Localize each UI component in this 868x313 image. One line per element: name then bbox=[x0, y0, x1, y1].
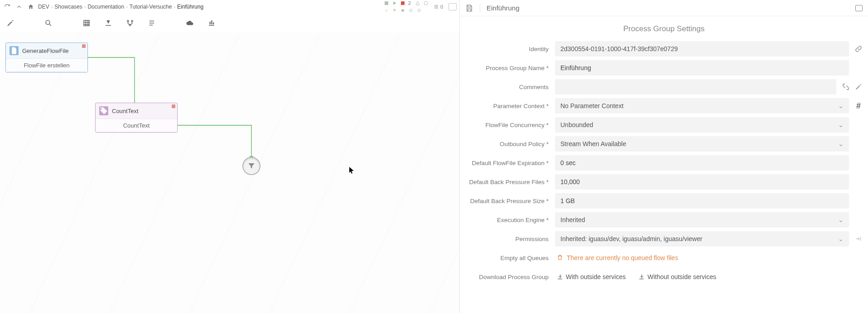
clock-icon bbox=[423, 0, 429, 6]
svg-rect-0 bbox=[385, 1, 388, 5]
panel-title: Einführung bbox=[487, 4, 520, 12]
section-title: Process Group Settings bbox=[464, 24, 863, 33]
field-bp-files[interactable]: 10,000 bbox=[555, 174, 849, 190]
file-icon bbox=[10, 46, 19, 55]
field-concurrency[interactable]: Unbounded ⌄ bbox=[555, 117, 849, 133]
download-without-services-button[interactable]: Without outside services bbox=[638, 273, 716, 280]
breadcrumb-item[interactable]: Tutorial-Versuche bbox=[130, 4, 172, 10]
empty-queues-status: There are currently no queued flow files bbox=[555, 254, 678, 262]
stopped-indicator bbox=[172, 104, 175, 108]
maximize-panel-button[interactable] bbox=[855, 5, 863, 11]
list-count: 0 bbox=[434, 4, 443, 9]
node-subtitle: FlowFile erstellen bbox=[6, 58, 87, 72]
label-empty-queues: Empty all Queues bbox=[464, 255, 550, 261]
svg-point-4 bbox=[410, 9, 412, 12]
field-identity: 2d300554-0191-1000-417f-39cf307e0729 bbox=[555, 41, 849, 57]
label-bp-size: Default Back Pressure Size bbox=[464, 198, 550, 204]
refresh-button[interactable] bbox=[3, 2, 12, 11]
processor-node-generateflowfile[interactable]: GenerateFlowFile FlowFile erstellen bbox=[5, 43, 88, 72]
stopped-indicator bbox=[82, 44, 86, 48]
grid-tool[interactable] bbox=[81, 17, 92, 29]
reset-icon bbox=[854, 235, 863, 242]
node-subtitle: CountText bbox=[96, 119, 177, 132]
stopped-count: 2 bbox=[408, 0, 411, 6]
svg-point-3 bbox=[401, 9, 404, 12]
node-title: CountText bbox=[112, 108, 139, 114]
label-comments: Comments bbox=[464, 84, 550, 90]
maximize-canvas-button[interactable] bbox=[448, 3, 457, 10]
chart-tool[interactable] bbox=[206, 17, 217, 29]
edit-icon[interactable] bbox=[854, 83, 863, 90]
label-name: Process Group Name bbox=[464, 65, 550, 71]
dot3-icon bbox=[416, 7, 422, 14]
breadcrumb-item[interactable]: Showcases bbox=[54, 4, 82, 10]
tag-icon bbox=[99, 106, 108, 115]
label-expiration: Default FlowFile Expiration bbox=[464, 160, 550, 166]
chevron-down-icon: ⌄ bbox=[838, 140, 844, 147]
cloud-tool[interactable] bbox=[184, 17, 196, 29]
field-bp-size[interactable]: 1 GB bbox=[555, 193, 849, 209]
svg-point-7 bbox=[127, 20, 129, 22]
branch-tool[interactable] bbox=[124, 17, 136, 29]
field-permissions[interactable]: Inherited: iguasu/dev, iguasu/admin, igu… bbox=[555, 231, 849, 247]
chevron-down-icon: ⌄ bbox=[838, 102, 844, 109]
dot-icon bbox=[400, 7, 406, 14]
link-icon[interactable] bbox=[854, 45, 863, 52]
stop-icon[interactable] bbox=[400, 0, 406, 6]
expand-icon[interactable] bbox=[841, 83, 851, 90]
label-param-context: Parameter Context bbox=[464, 103, 550, 109]
field-outbound[interactable]: Stream When Available ⌄ bbox=[555, 136, 849, 152]
field-expiration[interactable]: 0 sec bbox=[555, 155, 849, 171]
hash-button[interactable]: # bbox=[854, 101, 863, 111]
svg-point-8 bbox=[131, 20, 133, 22]
label-identity: Identity bbox=[464, 46, 550, 52]
breadcrumb-current: Einführung bbox=[177, 4, 203, 10]
breadcrumb-root[interactable]: DEV bbox=[38, 4, 49, 10]
flow-canvas[interactable]: GenerateFlowFile FlowFile erstellen Coun… bbox=[0, 33, 459, 313]
search-tool[interactable] bbox=[43, 17, 54, 29]
breadcrumb-item[interactable]: Documentation bbox=[87, 4, 124, 10]
play-icon[interactable] bbox=[391, 0, 398, 6]
field-param-context[interactable]: No Parameter Context ⌄ bbox=[555, 98, 849, 114]
edit-tool[interactable] bbox=[5, 17, 16, 29]
breadcrumb: DEV › Showcases › Documentation › Tutori… bbox=[38, 4, 203, 10]
warn-icon bbox=[415, 0, 421, 6]
funnel-node[interactable] bbox=[242, 157, 260, 175]
svg-point-5 bbox=[418, 9, 420, 12]
list-tool[interactable] bbox=[146, 17, 158, 29]
save-button[interactable] bbox=[465, 4, 473, 12]
check-icon bbox=[383, 7, 390, 14]
bolt-icon bbox=[391, 7, 398, 14]
dot2-icon bbox=[408, 7, 414, 14]
download-with-services-button[interactable]: With outside services bbox=[557, 273, 626, 280]
chevron-down-icon: ⌄ bbox=[838, 235, 844, 242]
nav-up-button[interactable] bbox=[14, 2, 24, 11]
processor-node-counttext[interactable]: CountText CountText bbox=[95, 103, 178, 133]
label-download: Download Process Group bbox=[464, 274, 550, 280]
label-concurrency: FlowFile Concurrency bbox=[464, 122, 550, 128]
mouse-cursor bbox=[349, 167, 355, 174]
home-button[interactable] bbox=[26, 2, 35, 11]
label-outbound: Outbound Policy bbox=[464, 141, 550, 147]
svg-rect-1 bbox=[401, 1, 405, 5]
label-permissions: Permissions bbox=[464, 236, 550, 242]
field-engine[interactable]: Inherited ⌄ bbox=[555, 212, 849, 228]
label-engine: Execution Engine bbox=[464, 217, 550, 223]
chevron-down-icon: ⌄ bbox=[838, 121, 844, 128]
align-tool[interactable] bbox=[102, 17, 114, 29]
label-bp-files: Default Back Pressure Files bbox=[464, 179, 550, 185]
svg-point-6 bbox=[46, 20, 50, 24]
field-name[interactable]: Einführung bbox=[555, 60, 849, 76]
status-icon bbox=[383, 0, 390, 6]
node-title: GenerateFlowFile bbox=[22, 47, 69, 54]
svg-point-2 bbox=[424, 1, 428, 5]
chevron-down-icon: ⌄ bbox=[838, 216, 844, 223]
field-comments[interactable] bbox=[555, 79, 836, 95]
trash-icon bbox=[557, 254, 563, 262]
